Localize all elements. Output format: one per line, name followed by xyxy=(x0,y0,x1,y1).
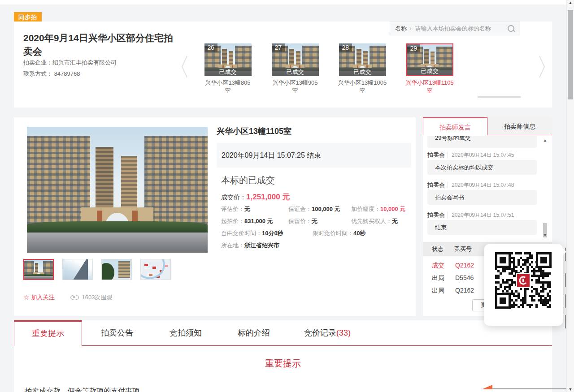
carousel-item[interactable]: 28 已成交 兴华小区13幢1005室 xyxy=(337,43,387,95)
lot-thumbnail-photo[interactable]: 26 已成交 xyxy=(204,43,252,76)
field-limited-bid-time: 限时竞价时间：40秒 xyxy=(313,229,365,237)
tab-bidding-instructions[interactable]: 竞拍须知 xyxy=(170,320,202,346)
lot-thumbnail-photo[interactable]: 29 已成交 xyxy=(406,43,453,76)
field-appraisal: 评估价：无 xyxy=(221,205,250,213)
chat-time: 2020年09月14日 15:07:45 xyxy=(448,152,514,158)
bid-records-count: (33) xyxy=(336,328,351,337)
contact-value: 84789768 xyxy=(54,70,80,77)
auction-contact: 联系方式： 84789768 xyxy=(23,70,80,78)
lot-search-box[interactable]: 名称 › 请输入本场拍卖会的标的名称 xyxy=(389,22,520,35)
chat-message: 拍卖会写书 xyxy=(427,190,537,205)
detail-tabs-card: 重要提示 拍卖公告 竞拍须知 标的介绍 竞价记录(33) 重要提示 拍卖成交款、… xyxy=(14,320,552,392)
tab-auction-announcement[interactable]: 拍卖公告 xyxy=(101,320,133,346)
auction-page: 同步拍 2020年9月14日兴华小区部分住宅拍卖会 拍卖企业：绍兴市汇丰拍卖有限… xyxy=(0,0,574,392)
photo-thumb-4-map[interactable] xyxy=(140,259,171,280)
star-icon: ☆ xyxy=(23,293,29,302)
auction-header-card: 2020年9月14日兴华小区部分住宅拍卖会 拍卖企业：绍兴市汇丰拍卖有限公司 联… xyxy=(14,22,552,108)
lot-title: 兴华小区13幢1105室 xyxy=(217,126,291,137)
lot-thumbnail-photo[interactable]: 27 已成交 xyxy=(272,43,319,76)
eye-icon xyxy=(70,295,79,300)
deal-price-label: 成交价： xyxy=(221,194,246,201)
chat-time: 2020年09月14日 15:07:48 xyxy=(448,182,514,188)
lot-number-badge: 27 xyxy=(272,43,285,52)
company-label: 拍卖企业： xyxy=(23,59,52,66)
lot-status-overlay: 已成交 xyxy=(407,67,452,75)
search-category-label[interactable]: 名称 xyxy=(395,25,407,33)
chat-scroll-up-icon[interactable]: ▲ xyxy=(543,138,547,142)
side-toolbar-divider xyxy=(565,294,566,308)
views-label: 1603次围观 xyxy=(82,293,112,302)
field-location: 所在地：浙江省绍兴市 xyxy=(221,241,279,250)
side-toolbar-divider xyxy=(565,248,566,261)
lot-detail-card: 兴华小区13幢1105室 2020年09月14日 15:07:25 结束 本标的… xyxy=(14,117,416,316)
tab-important-notice[interactable]: 重要提示 xyxy=(14,320,82,346)
lot-status-overlay: 已成交 xyxy=(272,68,319,76)
field-increment: 加价幅度：10,000 元 xyxy=(351,205,405,213)
lot-main-photo xyxy=(27,127,208,253)
views-counter: 1603次围观 xyxy=(70,293,112,302)
chat-message: 本次拍卖标的均以成交 xyxy=(427,160,537,175)
divider-line xyxy=(492,388,567,389)
chevron-left-icon xyxy=(181,55,188,78)
top-strip xyxy=(0,0,574,4)
lot-status-text: 本标的已成交 xyxy=(221,174,275,186)
lot-thumbnail-label[interactable]: 兴华小区13幢905室 xyxy=(270,79,320,95)
tab-lot-introduction[interactable]: 标的介绍 xyxy=(238,320,270,346)
carousel-scroll-indicator[interactable] xyxy=(478,96,521,98)
chevron-right-icon xyxy=(539,55,546,78)
lot-number-badge: 26 xyxy=(204,43,218,52)
search-icon[interactable] xyxy=(507,25,515,33)
chat-message-meta: 拍卖会2020年09月14日 15:07:48 xyxy=(427,181,514,189)
lot-thumbnail-label[interactable]: 兴华小区13幢1005室 xyxy=(337,79,387,95)
follow-row: ☆ 加入关注 1603次围观 xyxy=(23,293,112,302)
carousel-next-button[interactable] xyxy=(539,55,546,78)
page-scrollbar[interactable]: ▲ ▼ xyxy=(566,0,574,392)
auction-company: 拍卖企业：绍兴市汇丰拍卖有限公司 xyxy=(23,59,117,67)
tab-auctioneer-speech[interactable]: 拍卖师发言 xyxy=(423,117,487,135)
auction-title: 2020年9月14日兴华小区部分住宅拍卖会 xyxy=(23,31,176,59)
deal-price: 成交价：1,251,000 元 xyxy=(221,192,290,202)
tab-bid-records[interactable]: 竞价记录(33) xyxy=(304,320,351,346)
lot-thumbnail-label[interactable]: 兴华小区13幢805室 xyxy=(203,79,253,95)
tab-underline xyxy=(82,345,552,346)
tab-auctioneer-info[interactable]: 拍卖师信息 xyxy=(487,117,552,135)
lot-status-overlay: 已成交 xyxy=(339,68,386,76)
carousel-item[interactable]: 27 已成交 兴华小区13幢905室 xyxy=(270,43,320,95)
field-start-price: 起拍价：831,000 元 xyxy=(221,217,273,225)
carousel-item-selected[interactable]: 29 已成交 兴华小区13幢1105室 xyxy=(404,43,455,95)
field-free-bid-time: 自由竞价时间：10分0秒 xyxy=(221,229,283,237)
chat-message: 结束 xyxy=(427,220,537,235)
lot-status-overlay: 已成交 xyxy=(204,68,252,76)
chat-time: 2020年09月14日 15:07:51 xyxy=(448,212,514,218)
lot-thumbnail-photo[interactable]: 28 已成交 xyxy=(339,43,386,76)
photo-thumb-2[interactable] xyxy=(62,259,93,280)
side-toolbar-divider xyxy=(565,273,566,287)
lot-number-badge: 28 xyxy=(339,43,352,52)
notice-first-line: 拍卖成交款、佣金等款项的支付事项 xyxy=(25,387,139,392)
photo-thumb-1-selected[interactable] xyxy=(23,259,54,280)
carousel-prev-button[interactable] xyxy=(181,55,188,78)
chat-sender: 拍卖会 xyxy=(427,151,445,158)
deal-price-value: 1,251,000 元 xyxy=(246,193,290,201)
chat-sender: 拍卖会 xyxy=(427,181,445,188)
chat-scroll-down-icon[interactable]: ▼ xyxy=(543,233,547,237)
scroll-down-icon[interactable]: ▼ xyxy=(567,387,574,392)
field-deposit: 保证金：100,000 元 xyxy=(288,205,340,213)
chat-sender: 拍卖会 xyxy=(427,211,445,218)
chat-message-meta: 拍卖会2020年09月14日 15:07:45 xyxy=(427,151,514,159)
scroll-up-icon[interactable]: ▲ xyxy=(567,0,574,5)
col-status: 状态 xyxy=(432,242,444,256)
notice-heading: 重要提示 xyxy=(14,358,552,370)
carousel-item[interactable]: 26 已成交 兴华小区13幢805室 xyxy=(203,43,253,95)
follow-button[interactable]: 加入关注 xyxy=(31,293,54,302)
photo-thumb-3[interactable] xyxy=(101,259,132,280)
field-priority-buyer: 优先购买权人：无 xyxy=(351,217,398,225)
page-scrollbar-thumb[interactable] xyxy=(568,10,573,99)
side-toolbar-divider xyxy=(565,315,566,328)
lot-thumbnail-label[interactable]: 兴华小区13幢1105室 xyxy=(404,79,455,95)
chat-message-clipped: 29号标的成交 xyxy=(427,136,537,148)
search-input[interactable]: 请输入本场拍卖会的标的名称 xyxy=(415,25,507,33)
qr-code xyxy=(492,249,555,312)
chevron-right-icon: › xyxy=(409,25,412,32)
company-value: 绍兴市汇丰拍卖有限公司 xyxy=(52,59,117,66)
